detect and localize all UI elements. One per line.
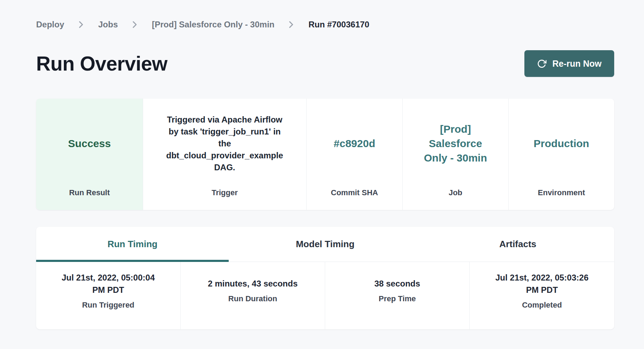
breadcrumb: Deploy Jobs [Prod] Salesforce Only - 30m… [36, 19, 614, 30]
commit-sha-link[interactable]: #c8920d [334, 136, 375, 151]
prep-time-value: 38 seconds [374, 277, 420, 290]
completed-label: Completed [522, 301, 562, 310]
run-triggered-label: Run Triggered [82, 301, 134, 310]
run-timing-row: Jul 21st, 2022, 05:00:04 PM PDT Run Trig… [36, 262, 614, 329]
environment-link[interactable]: Production [534, 136, 589, 151]
run-result-tile: Success Run Result [36, 99, 143, 210]
job-tile: [Prod] Salesforce Only - 30min Job [403, 99, 509, 210]
run-overview-page: Deploy Jobs [Prod] Salesforce Only - 30m… [0, 0, 644, 329]
breadcrumb-item-run-number: Run #70036170 [308, 20, 369, 29]
run-summary-panel: Success Run Result Triggered via Apache … [36, 99, 614, 210]
run-duration-label: Run Duration [228, 294, 277, 303]
commit-sha-label: Commit SHA [331, 188, 378, 210]
environment-label: Environment [538, 188, 585, 210]
breadcrumb-item-job-name[interactable]: [Prod] Salesforce Only - 30min [152, 20, 274, 29]
rerun-now-button-label: Re-run Now [552, 59, 602, 69]
breadcrumb-item-deploy[interactable]: Deploy [36, 20, 64, 29]
breadcrumb-item-jobs[interactable]: Jobs [98, 20, 118, 29]
chevron-right-icon [289, 21, 294, 28]
job-link[interactable]: [Prod] Salesforce Only - 30min [403, 122, 508, 165]
chevron-right-icon [79, 21, 83, 28]
tab-run-timing[interactable]: Run Timing [36, 227, 229, 262]
prep-time-label: Prep Time [379, 294, 416, 303]
run-result-label: Run Result [69, 188, 110, 210]
tab-artifacts[interactable]: Artifacts [422, 227, 614, 262]
run-duration-value: 2 minutes, 43 seconds [208, 277, 297, 290]
trigger-tile: Triggered via Apache Airflow by task 'tr… [143, 99, 307, 210]
run-details-panel: Run Timing Model Timing Artifacts Jul 21… [36, 227, 614, 329]
trigger-value: Triggered via Apache Airflow by task 'tr… [143, 114, 306, 173]
run-duration-cell: 2 minutes, 43 seconds Run Duration [181, 262, 325, 329]
run-triggered-value: Jul 21st, 2022, 05:00:04 PM PDT [56, 271, 161, 296]
run-result-value: Success [68, 136, 111, 151]
tab-model-timing[interactable]: Model Timing [229, 227, 421, 262]
completed-value: Jul 21st, 2022, 05:03:26 PM PDT [489, 271, 595, 296]
environment-tile: Production Environment [509, 99, 614, 210]
chevron-right-icon [133, 21, 137, 28]
page-title: Run Overview [36, 52, 167, 75]
page-header: Run Overview Re-run Now [36, 50, 614, 77]
rerun-now-button[interactable]: Re-run Now [524, 50, 614, 77]
completed-cell: Jul 21st, 2022, 05:03:26 PM PDT Complete… [470, 262, 614, 329]
run-triggered-cell: Jul 21st, 2022, 05:00:04 PM PDT Run Trig… [36, 262, 181, 329]
trigger-label: Trigger [212, 188, 238, 210]
prep-time-cell: 38 seconds Prep Time [325, 262, 470, 329]
job-label: Job [449, 188, 462, 210]
refresh-icon [537, 59, 546, 68]
commit-sha-tile: #c8920d Commit SHA [307, 99, 403, 210]
tab-bar: Run Timing Model Timing Artifacts [36, 227, 614, 262]
